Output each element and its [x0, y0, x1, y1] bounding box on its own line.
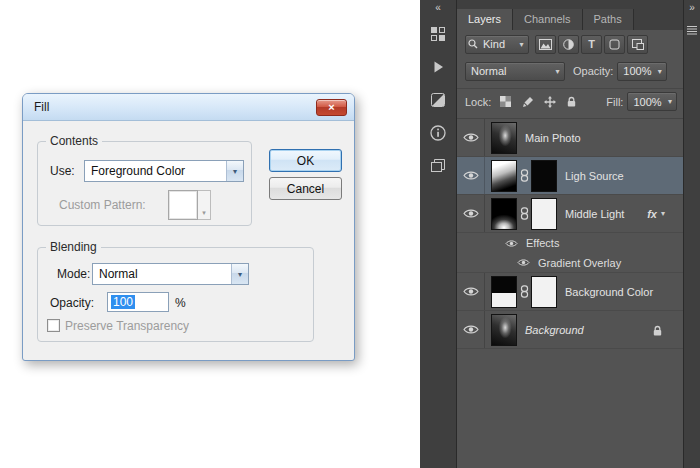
contents-group: Contents Use: Foreground Color ▾ Custom … — [37, 141, 252, 226]
visibility-eye-icon[interactable] — [457, 311, 485, 348]
effects-row[interactable]: Effects — [457, 233, 683, 253]
effect-name[interactable]: Gradient Overlay — [538, 257, 621, 269]
dialog-body: Contents Use: Foreground Color ▾ Custom … — [23, 121, 354, 362]
pattern-swatch — [168, 190, 198, 220]
clone-source-icon[interactable] — [424, 21, 452, 47]
layer-name[interactable]: Background Color — [565, 286, 653, 298]
blend-mode-value: Normal — [466, 65, 551, 77]
tab-paths[interactable]: Paths — [583, 9, 634, 30]
preserve-transparency-label: Preserve Transparency — [65, 319, 189, 333]
mask-link-icon[interactable] — [517, 207, 531, 220]
tab-channels[interactable]: Channels — [513, 9, 582, 30]
opacity-label: Opacity: — [573, 65, 613, 77]
filter-adjustment-layers-icon[interactable] — [558, 35, 579, 54]
layer-mask-thumbnail[interactable] — [531, 198, 557, 230]
mask-link-icon[interactable] — [517, 285, 531, 298]
visibility-eye-icon[interactable] — [457, 273, 485, 310]
fill-label: Fill: — [606, 96, 623, 108]
layer-row-main-photo[interactable]: Main Photo — [457, 119, 683, 157]
panel-tab-bar: Layers Channels Paths — [457, 0, 683, 30]
blend-opacity-row: Normal ▾ Opacity: 100% ▾ — [457, 60, 683, 82]
layer-mask-thumbnail[interactable] — [531, 160, 557, 192]
use-select-value: Foreground Color — [85, 164, 226, 178]
background-lock-icon — [652, 323, 663, 341]
mode-label: Mode: — [57, 267, 90, 281]
screenshot-root: « Layers Channels Paths — [0, 0, 700, 468]
filter-kind-select[interactable]: Kind ▾ — [465, 35, 529, 54]
layer-name[interactable]: Main Photo — [525, 132, 581, 144]
photoshop-panel-region: « Layers Channels Paths — [420, 0, 700, 468]
mode-select-value: Normal — [93, 267, 231, 281]
ok-button[interactable]: OK — [269, 149, 342, 172]
chevron-down-icon: ▾ — [231, 264, 248, 284]
lock-transparency-icon[interactable] — [496, 93, 515, 110]
layer-name[interactable]: Ligh Source — [565, 170, 624, 182]
lock-all-icon[interactable] — [562, 93, 581, 110]
filter-kind-value: Kind — [480, 38, 515, 50]
effects-eye-icon[interactable] — [503, 239, 519, 248]
layer-name[interactable]: Background — [525, 324, 584, 336]
contents-legend: Contents — [46, 134, 102, 148]
blend-mode-select[interactable]: Normal ▾ — [465, 62, 565, 81]
visibility-eye-icon[interactable] — [457, 157, 485, 194]
use-select[interactable]: Foreground Color ▾ — [84, 160, 244, 182]
layer-row-background-color[interactable]: Background Color — [457, 273, 683, 311]
lock-fill-row: Lock: Fill: 100% — [457, 88, 683, 114]
tab-layers[interactable]: Layers — [457, 9, 513, 30]
filter-shape-layers-icon[interactable] — [604, 35, 625, 54]
styles-icon[interactable] — [424, 87, 452, 113]
chevron-down-icon: ▾ — [226, 161, 243, 181]
panel-menu-icon[interactable] — [686, 22, 698, 40]
collapse-left-icon[interactable]: « — [420, 2, 456, 14]
layer-row-background[interactable]: Background — [457, 311, 683, 349]
use-label: Use: — [50, 164, 75, 178]
opacity-select[interactable]: 100% ▾ — [617, 62, 667, 81]
collapse-right-icon[interactable]: » — [689, 2, 695, 14]
layer-comps-icon[interactable] — [424, 153, 452, 179]
layer-thumbnail[interactable] — [491, 314, 517, 346]
layer-row-ligh-source[interactable]: Ligh Source — [457, 157, 683, 195]
fx-badge[interactable]: fx — [647, 208, 657, 220]
custom-pattern-label: Custom Pattern: — [59, 198, 146, 212]
close-button[interactable]: × — [316, 99, 347, 116]
lock-label: Lock: — [465, 96, 491, 108]
effect-eye-icon[interactable] — [515, 258, 531, 267]
dialog-title: Fill — [34, 100, 49, 114]
filter-smart-object-icon[interactable] — [627, 35, 648, 54]
blending-legend: Blending — [46, 240, 101, 254]
layer-mask-thumbnail[interactable] — [531, 276, 557, 308]
chevron-down-icon: ▾ — [663, 93, 676, 110]
opacity-input[interactable]: 100 — [107, 292, 169, 312]
filter-pixel-layers-icon[interactable] — [535, 35, 556, 54]
layer-filter-row: Kind ▾ T — [457, 32, 683, 56]
cancel-button[interactable]: Cancel — [269, 177, 342, 200]
lock-paint-icon[interactable] — [518, 93, 537, 110]
fill-value: 100% — [628, 96, 663, 108]
actions-icon[interactable] — [424, 54, 452, 80]
layer-thumbnail[interactable] — [491, 276, 517, 308]
opacity-unit-label: % — [175, 296, 186, 310]
visibility-eye-icon[interactable] — [457, 119, 485, 156]
layers-panel-body: Kind ▾ T — [457, 30, 683, 468]
layer-thumbnail[interactable] — [491, 160, 517, 192]
gradient-overlay-row[interactable]: Gradient Overlay — [457, 253, 683, 273]
layer-thumbnail[interactable] — [491, 198, 517, 230]
layer-thumbnail[interactable] — [491, 122, 517, 154]
layer-name[interactable]: Middle Light — [565, 208, 624, 220]
dialog-titlebar[interactable]: Fill × — [23, 94, 354, 121]
visibility-eye-icon[interactable] — [457, 195, 485, 232]
effects-label[interactable]: Effects — [526, 237, 559, 249]
preserve-transparency-checkbox[interactable] — [47, 319, 60, 332]
lock-move-icon[interactable] — [540, 93, 559, 110]
panel-dock-strip: « — [420, 0, 457, 468]
layer-row-middle-light[interactable]: Middle Light fx ▾ — [457, 195, 683, 233]
info-icon[interactable] — [424, 120, 452, 146]
opacity-value: 100% — [618, 65, 653, 77]
fx-collapse-chevron-icon[interactable]: ▾ — [661, 209, 665, 218]
fill-select[interactable]: 100% ▾ — [627, 92, 677, 111]
mode-select[interactable]: Normal ▾ — [92, 263, 249, 285]
opacity-input-value: 100 — [111, 295, 135, 309]
filter-type-layers-icon[interactable]: T — [581, 35, 602, 54]
mask-link-icon[interactable] — [517, 169, 531, 182]
close-icon: × — [328, 102, 334, 113]
